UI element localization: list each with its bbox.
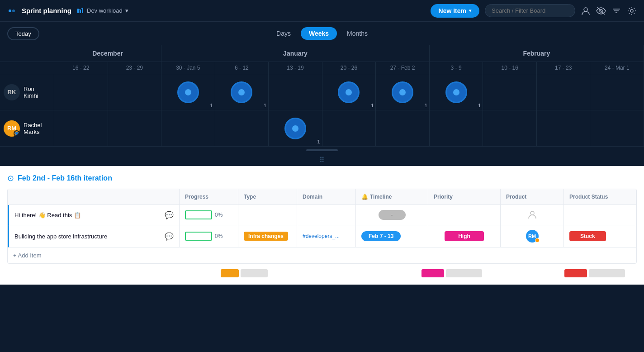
iteration-icon: ⊙: [7, 173, 14, 183]
week-4: 6 - 12: [215, 62, 269, 74]
ron-week-9: [483, 74, 537, 110]
months-tab[interactable]: Months: [339, 27, 376, 40]
ron-week-8[interactable]: 1: [430, 74, 483, 110]
user-icon-button[interactable]: [581, 6, 591, 16]
task-bubble[interactable]: [231, 81, 252, 103]
ron-week-5: [269, 74, 322, 110]
svg-point-15: [530, 211, 534, 215]
timeline-badge: Feb 7 - 13: [361, 231, 401, 241]
workload-button[interactable]: Dev workload ▾: [77, 7, 128, 14]
row1-type: [238, 205, 297, 225]
row1-name: Hi there! 👋 Read this 📋 💬: [8, 205, 180, 225]
row1-product-status: [564, 205, 636, 225]
week-header-row: 16 - 22 23 - 29 30 - Jan 5 6 - 12 13 - 1…: [0, 62, 644, 74]
task-bubble[interactable]: [338, 81, 360, 103]
rachel-week-5[interactable]: 1: [269, 110, 322, 146]
person-cell-ron: RK Ron Kimhi: [0, 74, 54, 110]
row1-priority: [428, 205, 501, 225]
row2-priority: High: [428, 225, 501, 247]
row1-domain: [297, 205, 356, 225]
person-row-rachel: RM 🔵 Rachel Marks 1: [0, 110, 644, 147]
task-bubble[interactable]: [445, 81, 467, 103]
legend-priority-rest: [446, 269, 482, 277]
today-button[interactable]: Today: [7, 27, 39, 40]
legend-progress: [158, 269, 217, 277]
week-11: 24 - Mar 1: [590, 62, 644, 74]
row1-progress-bar: [185, 210, 212, 219]
ron-week-4[interactable]: 1: [215, 74, 269, 110]
top-nav: Sprint planning Dev workload ▾ New Item …: [0, 0, 644, 22]
col-priority: Priority: [428, 189, 501, 205]
row1-progress-bar-wrap: 0%: [185, 210, 223, 219]
bubble-dot: [238, 89, 245, 95]
rachel-week-4: [215, 110, 269, 146]
task-count: 1: [317, 139, 320, 144]
row1-product: [501, 205, 564, 225]
workload-icon: [77, 7, 84, 14]
week-1: 16 - 22: [54, 62, 108, 74]
task-bubble-rachel[interactable]: [284, 118, 306, 139]
rachel-week-1: [54, 110, 108, 146]
task-bubble[interactable]: [177, 81, 199, 103]
row2-product: RM: [501, 225, 564, 247]
bubble-dot: [292, 125, 298, 132]
avatar-rachel: RM 🔵: [4, 120, 20, 137]
legend-timeline: [346, 269, 418, 277]
ron-week-7[interactable]: 1: [376, 74, 430, 110]
ron-week-3[interactable]: 1: [161, 74, 215, 110]
drag-dots-icon[interactable]: ⠿: [319, 156, 325, 164]
bubble-dot: [346, 89, 352, 95]
row2-progress-bar-wrap: 0%: [185, 232, 223, 241]
app-title: Sprint planning: [22, 7, 71, 14]
filter-icon-button[interactable]: [611, 6, 621, 16]
week-7: 27 - Feb 2: [376, 62, 430, 74]
dropdown-arrow-icon: ▾: [469, 8, 471, 13]
drag-handle-row: ⠿: [0, 154, 644, 166]
legend-bar: [7, 269, 637, 277]
svg-point-8: [584, 8, 587, 11]
person-icon: [527, 209, 538, 220]
avatar-initials-ron: RK: [8, 89, 16, 95]
row2-name-text: Building the app store infrastructure: [14, 233, 107, 240]
settings-icon-button[interactable]: [627, 6, 637, 16]
status-badge: Stuck: [569, 231, 606, 241]
week-3: 30 - Jan 5: [161, 62, 215, 74]
chat-icon[interactable]: 💬: [165, 232, 174, 241]
week-2: 23 - 29: [108, 62, 162, 74]
new-item-button[interactable]: New Item ▾: [431, 4, 479, 18]
rachel-week-7: [376, 110, 430, 146]
ron-week-1: [54, 74, 108, 110]
scrollbar-thumb[interactable]: [306, 149, 338, 151]
add-item-row[interactable]: + Add Item: [8, 247, 636, 263]
iteration-header: ⊙ Feb 2nd - Feb 16th iteration: [7, 173, 637, 183]
days-tab[interactable]: Days: [268, 27, 299, 40]
eye-icon-button[interactable]: [596, 6, 606, 16]
table-section: ⊙ Feb 2nd - Feb 16th iteration Progress …: [0, 166, 644, 285]
nav-right: New Item ▾: [431, 4, 637, 18]
svg-rect-4: [80, 10, 81, 13]
task-count: 1: [264, 103, 266, 108]
scroll-indicator: [0, 147, 644, 154]
bubble-dot: [185, 89, 191, 95]
svg-point-14: [630, 10, 633, 12]
weeks-tab[interactable]: Weeks: [301, 27, 337, 40]
priority-badge: High: [445, 231, 484, 241]
ron-week-11: [590, 74, 644, 110]
brand-icon: [7, 6, 16, 15]
row1-name-text: Hi there! 👋 Read this 📋: [14, 212, 81, 219]
col-progress: Progress: [180, 189, 238, 205]
col-domain: Domain: [297, 189, 356, 205]
avatar-ron: RK: [4, 84, 20, 100]
task-bubble[interactable]: [392, 81, 413, 103]
task-count: 1: [371, 103, 374, 108]
search-input[interactable]: [485, 4, 575, 17]
chat-icon-disabled[interactable]: 💬: [165, 211, 174, 219]
row2-product-status: Stuck: [564, 225, 636, 247]
month-january: January: [161, 45, 430, 62]
iteration-title: Feb 2nd - Feb 16th iteration: [18, 174, 112, 182]
task-count: 1: [478, 103, 481, 108]
assignee-avatar: RM: [526, 230, 539, 243]
ron-week-6[interactable]: 1: [322, 74, 376, 110]
col-product-status: Product Status: [564, 189, 636, 205]
row1-progress-pct: 0%: [215, 212, 223, 218]
